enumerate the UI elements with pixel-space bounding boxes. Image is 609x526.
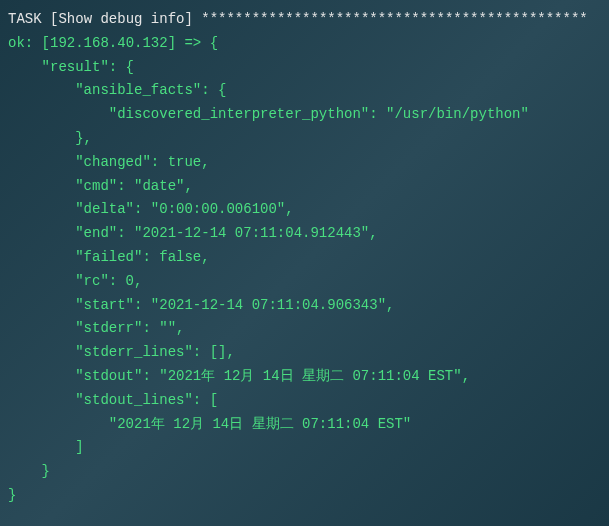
- stdout-lines-key: "stdout_lines": [: [8, 389, 601, 413]
- discovered-interpreter: "discovered_interpreter_python": "/usr/b…: [8, 103, 601, 127]
- ok-host-line: ok: [192.168.40.132] => {: [8, 32, 601, 56]
- changed-field: "changed": true,: [8, 151, 601, 175]
- stdout-line-0: "2021年 12月 14日 星期二 07:11:04 EST": [8, 413, 601, 437]
- close-stdout-lines: ]: [8, 436, 601, 460]
- host-ip: 192.168.40.132: [50, 35, 168, 51]
- close-facts: },: [8, 127, 601, 151]
- task-stars: ****************************************…: [201, 11, 587, 27]
- result-key: "result": {: [8, 56, 601, 80]
- delta-field: "delta": "0:00:00.006100",: [8, 198, 601, 222]
- cmd-field: "cmd": "date",: [8, 175, 601, 199]
- rc-field: "rc": 0,: [8, 270, 601, 294]
- close-result: }: [8, 460, 601, 484]
- stderr-lines-field: "stderr_lines": [],: [8, 341, 601, 365]
- ansible-facts-key: "ansible_facts": {: [8, 79, 601, 103]
- start-field: "start": "2021-12-14 07:11:04.906343",: [8, 294, 601, 318]
- task-header: TASK [Show debug info] *****************…: [8, 8, 601, 32]
- end-field: "end": "2021-12-14 07:11:04.912443",: [8, 222, 601, 246]
- task-suffix: ]: [184, 11, 201, 27]
- close-root: }: [8, 484, 601, 508]
- terminal-output: TASK [Show debug info] *****************…: [8, 8, 601, 508]
- stdout-field: "stdout": "2021年 12月 14日 星期二 07:11:04 ES…: [8, 365, 601, 389]
- ok-suffix: ] => {: [168, 35, 218, 51]
- task-prefix: TASK [: [8, 11, 58, 27]
- task-name: Show debug info: [58, 11, 184, 27]
- failed-field: "failed": false,: [8, 246, 601, 270]
- ok-prefix: ok: [: [8, 35, 50, 51]
- stderr-field: "stderr": "",: [8, 317, 601, 341]
